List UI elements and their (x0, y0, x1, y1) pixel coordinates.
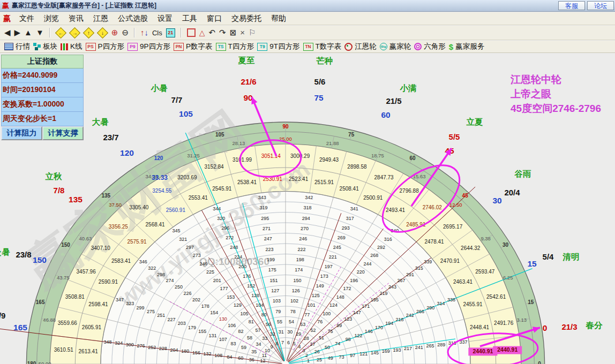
calc-support-button[interactable]: 计算支撑 (42, 126, 84, 140)
svg-text:3203.69: 3203.69 (177, 175, 197, 180)
svg-text:300: 300 (126, 342, 134, 347)
svg-text:12.50: 12.50 (449, 202, 462, 208)
pn-icon: PN (174, 43, 184, 51)
menu-tools[interactable]: 工具 (178, 13, 201, 25)
svg-text:268: 268 (370, 253, 378, 258)
svg-text:244: 244 (364, 261, 372, 267)
toolbar-item-gann-wheel[interactable]: 江恩轮 (344, 42, 377, 51)
t9-icon: T9 (257, 43, 267, 51)
svg-text:9.38: 9.38 (481, 236, 491, 241)
toolbar-item-quotes[interactable]: 行情 (4, 42, 30, 51)
forum-button[interactable]: 论坛 (587, 1, 614, 10)
sector-blocks-icon (33, 43, 41, 50)
menu-browse[interactable]: 浏览 (40, 13, 63, 25)
svg-text:165: 165 (36, 299, 45, 305)
svg-text:221: 221 (329, 254, 337, 260)
svg-text:126: 126 (292, 288, 300, 293)
svg-text:2590.91: 2590.91 (99, 279, 118, 285)
svg-text:155: 155 (198, 329, 206, 334)
svg-text:149: 149 (316, 283, 324, 289)
svg-text:179: 179 (188, 325, 196, 330)
menu-settings[interactable]: 设置 (153, 13, 177, 25)
menu-window[interactable]: 窗口 (202, 13, 226, 25)
svg-text:170: 170 (375, 325, 383, 330)
flag-tool-icon[interactable]: ⚐ (249, 27, 256, 38)
svg-text:3.13: 3.13 (517, 317, 527, 323)
svg-text:2598.41: 2598.41 (88, 301, 108, 307)
svg-text:35: 35 (251, 349, 257, 354)
cls-button[interactable]: Cls (152, 29, 162, 37)
chart-type-toolbar: 行情 板块 K线 PS P四方形 P9 9P四方形 PN P数字表 TS T四方… (0, 41, 615, 53)
svg-text:345: 345 (172, 228, 181, 233)
toolbar-item-p-number-table[interactable]: PN P数字表 (174, 42, 213, 51)
svg-text:293: 293 (342, 225, 350, 231)
boxed-x-icon[interactable]: ⊠ (230, 27, 237, 38)
svg-text:2: 2 (305, 353, 308, 358)
svg-text:298: 298 (157, 272, 165, 277)
calc-resistance-button[interactable]: 计算阻力 (1, 126, 42, 140)
svg-text:156: 156 (192, 350, 200, 355)
toolbar-item-9p-square[interactable]: P9 9P四方形 (128, 42, 170, 51)
svg-text:30: 30 (502, 242, 509, 248)
toolbar-item-hexagon[interactable]: 六角形 (414, 42, 446, 51)
move-down-icon[interactable]: ↓ (97, 27, 108, 38)
menu-formula-stockpick[interactable]: 公式选股 (114, 13, 152, 25)
svg-text:165: 165 (13, 323, 27, 332)
toolbar-item-sectors[interactable]: 板块 (33, 42, 57, 51)
svg-text:21/5: 21/5 (386, 96, 401, 105)
zoom-out-icon[interactable]: ⊖ (122, 27, 129, 38)
svg-text:54: 54 (289, 319, 294, 324)
up-nav-icon[interactable]: ▲ (24, 27, 32, 38)
app-logo-icon: 赢 (2, 1, 9, 11)
rotate-cw-icon[interactable]: ↷ (219, 27, 226, 38)
svg-text:102: 102 (290, 298, 298, 304)
scale-tool-icon[interactable]: × (240, 27, 245, 38)
toolbar-item-kline[interactable]: K线 (61, 42, 82, 51)
svg-text:124: 124 (329, 302, 338, 308)
toolbar-item-winner-wheel[interactable]: Big 赢家轮 (380, 42, 411, 51)
calendar-icon[interactable]: 21 (166, 28, 175, 37)
toolbar-item-t-number-table[interactable]: TN T数字表 (303, 42, 342, 51)
svg-text:128: 128 (251, 293, 259, 298)
svg-text:152: 152 (247, 283, 255, 289)
toolbar-separator (181, 28, 182, 37)
menu-file[interactable]: 文件 (15, 13, 39, 25)
svg-text:夏至: 夏至 (238, 56, 256, 65)
annotation-line-2: 上帝之眼 (511, 87, 601, 101)
zoom-in-icon[interactable]: ⊕ (111, 27, 118, 38)
menu-news[interactable]: 资讯 (64, 13, 88, 25)
svg-text:60: 60 (238, 355, 243, 361)
customer-service-button[interactable]: 客服 (558, 1, 585, 10)
svg-text:2695.17: 2695.17 (443, 224, 463, 230)
menu-trade-entrust[interactable]: 交易委托 (227, 13, 266, 25)
rotate-ccw-icon[interactable]: ↶ (209, 27, 216, 38)
menu-gann[interactable]: 江恩 (89, 13, 112, 25)
triangle-tool-icon[interactable]: △ (199, 28, 205, 37)
toolbar-item-t-square[interactable]: TS T四方形 (216, 42, 254, 51)
svg-text:84: 84 (227, 354, 232, 360)
svg-text:339: 339 (424, 259, 432, 264)
svg-text:121: 121 (359, 351, 368, 357)
menu-help[interactable]: 帮助 (267, 13, 290, 25)
svg-text:195: 195 (371, 297, 379, 302)
sort-arrows-icon[interactable]: ↑↓ (140, 27, 148, 38)
svg-text:46.88: 46.88 (43, 317, 56, 323)
move-right-icon[interactable]: → (69, 27, 80, 38)
svg-text:小暑: 小暑 (151, 84, 168, 93)
toolbar-item-p-square[interactable]: PS P四方形 (86, 42, 125, 51)
toolbar-item-9t-square[interactable]: T9 9T四方形 (257, 42, 299, 51)
svg-text:33: 33 (262, 336, 267, 341)
svg-text:56: 56 (266, 322, 271, 327)
move-up-icon[interactable]: ↑ (83, 27, 94, 38)
prev-icon[interactable]: ◀ (4, 27, 11, 38)
move-left-icon[interactable]: ← (55, 27, 66, 38)
svg-text:103: 103 (273, 298, 281, 304)
svg-text:2491.76: 2491.76 (494, 320, 514, 326)
svg-text:105: 105 (215, 132, 224, 138)
down-nav-icon[interactable]: ▼ (36, 27, 44, 38)
svg-text:75: 75 (328, 329, 333, 334)
square-tool-icon[interactable] (187, 28, 196, 37)
svg-text:315: 315 (415, 266, 423, 271)
next-icon[interactable]: ▶ (14, 27, 21, 38)
toolbar-item-winner-service[interactable]: $ 赢家服务 (449, 42, 484, 51)
